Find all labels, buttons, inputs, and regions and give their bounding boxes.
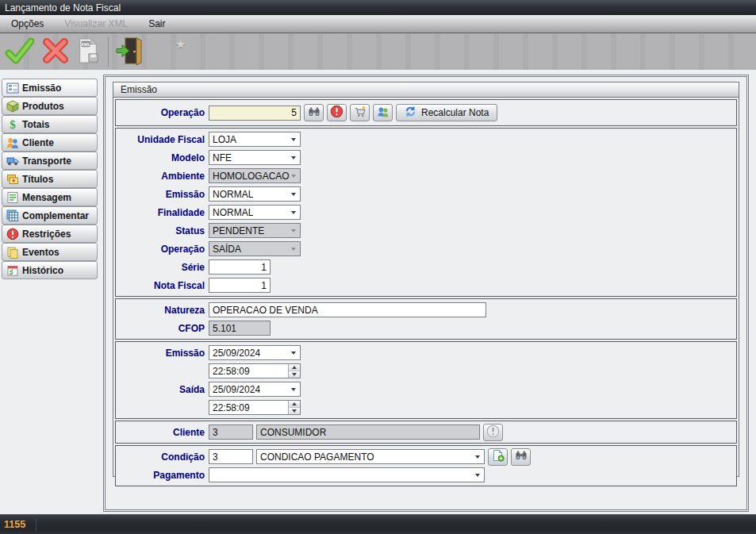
selected-value: NFE (213, 152, 232, 163)
operacao-alert-button[interactable] (327, 104, 347, 121)
history-calendar-icon (2, 264, 22, 277)
sidebar-item-cliente[interactable]: Cliente (2, 133, 98, 152)
sidebar-item-totais[interactable]: $ Totais (2, 115, 98, 133)
pagamento-select[interactable] (209, 467, 485, 482)
sidebar-item-complementar[interactable]: Complementar (2, 206, 98, 225)
spin-down-button[interactable] (289, 371, 300, 378)
ambiente-select: HOMOLOGACAO (209, 168, 301, 183)
condicao-code-input[interactable] (209, 449, 253, 464)
groupbox-header: Emissão (113, 83, 739, 98)
selected-value: NORMAL (213, 207, 253, 218)
statusbar-divider (36, 518, 36, 531)
form-row: Pagamento (116, 466, 736, 484)
menu-opcoes[interactable]: Opções (4, 18, 51, 29)
alert-red-icon (330, 105, 343, 121)
sidebar-item-eventos[interactable]: Eventos (2, 243, 98, 261)
nota-fiscal-input[interactable] (209, 278, 271, 293)
svg-text:$: $ (10, 118, 16, 131)
operacao-row: Operação (116, 102, 736, 123)
chevron-down-icon (291, 229, 296, 232)
modelo-select[interactable]: NFE (209, 150, 301, 165)
search-operacao-button[interactable] (304, 104, 324, 121)
sidebar-item-label: Títulos (22, 174, 53, 185)
operacao-input[interactable] (209, 106, 301, 121)
recalcular-nota-label: Recalcular Nota (421, 107, 489, 118)
selected-value: CONDICAO PAGAMENTO (260, 451, 374, 463)
chevron-down-icon (291, 175, 296, 178)
toolbar-separator (108, 36, 109, 67)
clients-icon (2, 136, 22, 149)
operacao-tipo-select: SAÍDA (209, 241, 301, 256)
sidebar-item-emissao[interactable]: Emissão (2, 79, 98, 97)
clients-icon (377, 106, 390, 121)
clients-button[interactable] (373, 104, 393, 121)
sidebar-item-transporte[interactable]: Transporte (2, 152, 98, 170)
exit-button[interactable] (115, 36, 142, 67)
message-doc-icon (2, 191, 22, 204)
cancel-button[interactable] (41, 37, 70, 67)
spin-down-button[interactable] (289, 407, 300, 414)
selected-value: PENDENTE (213, 225, 264, 236)
field-label: Saída (116, 384, 209, 395)
sidebar-item-produtos[interactable]: Produtos (2, 97, 98, 115)
cliente-code-input (209, 425, 253, 440)
form-row: Cliente (116, 423, 736, 441)
selected-value: 25/09/2024 (213, 384, 260, 395)
sidebar-item-label: Totais (22, 119, 49, 130)
confirm-button[interactable] (5, 37, 35, 67)
recalcular-nota-button[interactable]: Recalcular Nota (396, 104, 497, 121)
form-row: Unidade Fiscal LOJA (116, 130, 736, 148)
chevron-down-icon (291, 211, 296, 214)
svg-text:XML: XML (81, 41, 90, 46)
natureza-input[interactable] (209, 302, 486, 317)
chevron-down-icon (291, 352, 296, 355)
dollar-icon: $ (2, 118, 22, 131)
field-label: Emissão (116, 189, 209, 200)
groupbox-title: Emissão (121, 84, 157, 95)
emissao-date-picker[interactable]: 25/09/2024 (209, 345, 301, 360)
form-row: Natureza (116, 301, 736, 319)
saida-date-picker[interactable]: 25/09/2024 (209, 382, 301, 397)
chevron-up-icon (292, 366, 297, 369)
alert-red-icon (2, 228, 22, 240)
saida-time-spinner[interactable]: 22:58:09 (209, 400, 301, 415)
sidebar-item-titulos[interactable]: Títulos (2, 170, 98, 188)
spin-up-button[interactable] (289, 401, 300, 407)
field-label: Pagamento (116, 470, 209, 481)
menu-visualizar-xml: Visualizar XML (57, 18, 135, 29)
field-label: Ambiente (116, 171, 209, 182)
form-row: 22:58:09 (116, 362, 736, 380)
form-row: Status PENDENTE (116, 221, 736, 240)
sidebar-item-mensagem[interactable]: Mensagem (2, 188, 98, 206)
cart-icon (354, 106, 366, 121)
title-bar: Lançamento de Nota Fiscal (0, 0, 756, 15)
selected-value: NORMAL (213, 189, 253, 200)
search-condicao-button[interactable] (511, 448, 531, 466)
sidebar-item-restricoes[interactable]: Restrições (2, 225, 98, 243)
finalidade-select[interactable]: NORMAL (209, 205, 301, 220)
sidebar-item-label: Histórico (22, 265, 63, 276)
field-label: Emissão (116, 348, 209, 359)
x-icon (41, 37, 70, 67)
spin-up-button[interactable] (289, 364, 300, 371)
sidebar-item-label: Emissão (22, 83, 61, 94)
sidebar-item-historico[interactable]: Histórico (2, 261, 98, 279)
door-exit-icon (115, 36, 142, 67)
chevron-down-icon (292, 373, 297, 376)
selected-value: HOMOLOGACAO (213, 171, 290, 182)
save-xml-button: XML (76, 37, 100, 67)
refresh-icon (405, 106, 416, 120)
new-condicao-button[interactable] (488, 448, 508, 466)
condicao-select[interactable]: CONDICAO PAGAMENTO (256, 449, 485, 464)
sidebar-item-label: Mensagem (22, 192, 71, 203)
emissao-time-spinner[interactable]: 22:58:09 (209, 363, 301, 378)
cart-button[interactable] (350, 104, 370, 121)
new-document-icon (492, 449, 505, 464)
emissao-tipo-select[interactable]: NORMAL (209, 186, 301, 202)
section-natureza: Natureza CFOP (115, 298, 737, 340)
cliente-info-button (483, 424, 503, 441)
unidade-fiscal-select[interactable]: LOJA (209, 132, 301, 147)
serie-input[interactable] (209, 259, 271, 275)
menu-sair[interactable]: Sair (141, 18, 172, 29)
form-row: Ambiente HOMOLOGACAO (116, 167, 736, 185)
